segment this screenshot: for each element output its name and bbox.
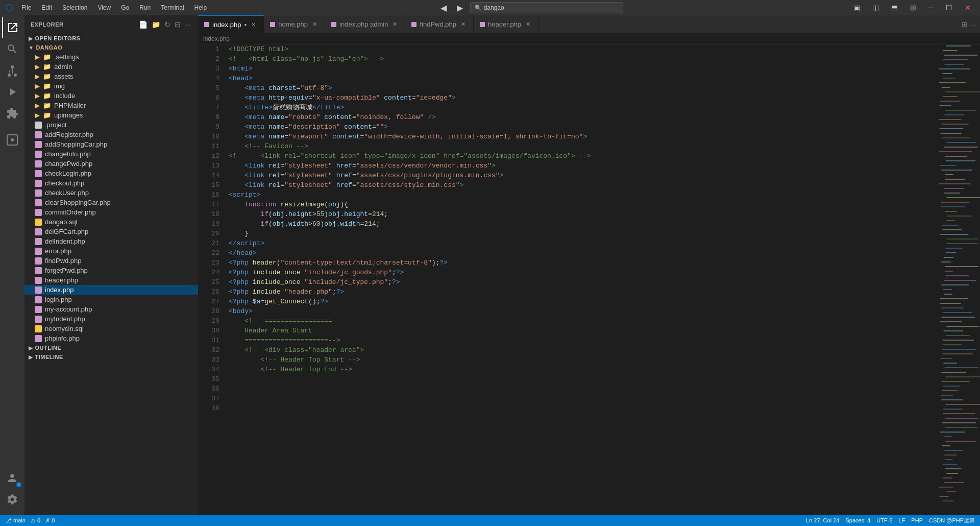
- tree-items-container: ▶📁.settings▶📁admin▶📁assets▶📁img▶📁include…: [24, 52, 198, 343]
- tree-item-upimages[interactable]: ▶📁upimages: [24, 110, 198, 120]
- tree-item-label: .project: [45, 121, 67, 129]
- sidebar-toggle[interactable]: ◫: [868, 3, 883, 13]
- code-line: <script>: [229, 190, 934, 200]
- split-editor-button[interactable]: ⊞: [962, 20, 968, 29]
- tree-item-addRegisterphp[interactable]: addRegister.php: [24, 130, 198, 139]
- layout-options[interactable]: ⊞: [906, 3, 920, 13]
- tab-home.php[interactable]: home.php✕: [264, 15, 325, 33]
- new-folder-button[interactable]: 📁: [151, 19, 161, 30]
- close-button[interactable]: ✕: [961, 3, 975, 13]
- dangao-section[interactable]: ▼ DANGAO: [24, 43, 198, 52]
- tree-item-project[interactable]: .project: [24, 120, 198, 130]
- tree-item-phpinfophp[interactable]: phpinfo.php: [24, 333, 198, 343]
- tree-item-forgetPwdphp[interactable]: forgetPwd.php: [24, 266, 198, 275]
- git-branch[interactable]: ⎇ main: [5, 517, 26, 524]
- maximize-button[interactable]: ☐: [942, 3, 957, 13]
- sidebar: EXPLORER 📄 📁 ↻ ⊟ ··· ▶ OPEN EDITORS ▼ DA…: [24, 15, 198, 515]
- line-number: 37: [202, 394, 219, 403]
- menu-file[interactable]: File: [17, 3, 35, 12]
- menu-terminal[interactable]: Terminal: [157, 3, 188, 12]
- errors-count[interactable]: ✗ 0: [45, 517, 55, 524]
- tab-header.php[interactable]: header.php✕: [474, 15, 538, 33]
- minimize-button[interactable]: ─: [924, 3, 938, 13]
- tree-item-checkLoginphp[interactable]: checkLogin.php: [24, 169, 198, 178]
- explorer-activity-icon[interactable]: [2, 17, 22, 38]
- tab-close-button[interactable]: ✕: [311, 20, 318, 28]
- nav-back-button[interactable]: ◀: [437, 2, 450, 14]
- tab-label: index.php: [212, 21, 241, 29]
- tree-item-commitOrderphp[interactable]: commitOrder.php: [24, 207, 198, 217]
- line-number: 24: [202, 268, 219, 277]
- tree-item-loginphp[interactable]: login.php: [24, 295, 198, 304]
- settings-activity-icon[interactable]: [2, 489, 22, 510]
- menu-view[interactable]: View: [93, 3, 115, 12]
- timeline-section[interactable]: ▶ TIMELINE: [24, 352, 198, 362]
- tree-item-assets[interactable]: ▶📁assets: [24, 71, 198, 81]
- line-number: 2: [202, 54, 219, 64]
- menu-run[interactable]: Run: [135, 3, 155, 12]
- warnings-count[interactable]: ⚠ 0: [31, 517, 40, 524]
- tab-close-button[interactable]: ✕: [250, 21, 257, 29]
- tree-item-clearShoppingCarphp[interactable]: clearShoppingCar.php: [24, 198, 198, 207]
- tree-item-changePwdphp[interactable]: changePwd.php: [24, 159, 198, 169]
- tree-item-label: img: [54, 82, 65, 90]
- tab-close-button[interactable]: ✕: [459, 20, 467, 28]
- tree-item-admin[interactable]: ▶📁admin: [24, 62, 198, 71]
- tree-item-settings[interactable]: ▶📁.settings: [24, 52, 198, 62]
- tree-item-errorphp[interactable]: error.php: [24, 246, 198, 256]
- line-ending[interactable]: LF: [899, 517, 905, 523]
- tree-item-checkoutphp[interactable]: checkout.php: [24, 178, 198, 188]
- tree-item-dangaosql[interactable]: dangao.sql: [24, 217, 198, 227]
- outline-label: OUTLINE: [35, 345, 62, 351]
- tree-item-myIndentphp[interactable]: myIndent.php: [24, 314, 198, 324]
- code-line: <!-- <div class="header-area">: [229, 345, 934, 355]
- tree-item-delGFCartphp[interactable]: delGFCart.php: [24, 227, 198, 236]
- tree-item-headerphp[interactable]: header.php: [24, 275, 198, 285]
- accounts-activity-icon[interactable]: 1: [2, 468, 22, 488]
- modified-indicator: ●: [244, 22, 247, 27]
- tree-item-findPwdphp[interactable]: findPwd.php: [24, 256, 198, 266]
- tree-item-indexphp[interactable]: index.php: [24, 285, 198, 295]
- global-search-bar[interactable]: 🔍 dangao: [470, 2, 623, 13]
- code-content[interactable]: <!DOCTYPE html><!-- <html class="no-js" …: [224, 44, 939, 515]
- menu-selection[interactable]: Selection: [58, 3, 91, 12]
- cursor-position[interactable]: Ln 27, Col 24: [806, 517, 839, 523]
- remote-explorer-activity-icon[interactable]: [2, 130, 22, 150]
- tree-item-PHPMailer[interactable]: ▶📁PHPMailer: [24, 101, 198, 110]
- menu-edit[interactable]: Edit: [37, 3, 56, 12]
- language-mode[interactable]: PHP: [911, 517, 923, 523]
- tree-item-checkUserphp[interactable]: checkUser.php: [24, 188, 198, 198]
- file-encoding[interactable]: UTF-8: [876, 517, 892, 523]
- outline-section[interactable]: ▶ OUTLINE: [24, 343, 198, 352]
- indent-size[interactable]: Spaces: 4: [845, 517, 870, 523]
- search-activity-icon[interactable]: [2, 39, 22, 59]
- tab-index.php_admin[interactable]: index.php admin✕: [325, 15, 405, 33]
- collapse-button[interactable]: ⊟: [174, 19, 182, 30]
- sidebar-more-button[interactable]: ···: [184, 19, 192, 30]
- tree-item-neomycinsql[interactable]: neomycin.sql: [24, 324, 198, 333]
- tree-item-img[interactable]: ▶📁img: [24, 81, 198, 91]
- tree-item-addShoppingCarphp[interactable]: addShoppingCar.php: [24, 139, 198, 149]
- tree-item-changeInfophp[interactable]: changeInfo.php: [24, 149, 198, 159]
- menu-go[interactable]: Go: [117, 3, 133, 12]
- tab-findPwd.php[interactable]: findPwd.php✕: [405, 15, 474, 33]
- tab-index.php[interactable]: index.php●✕: [198, 15, 264, 33]
- tree-item-include[interactable]: ▶📁include: [24, 91, 198, 101]
- tree-item-label: addRegister.php: [45, 131, 93, 138]
- run-debug-activity-icon[interactable]: [2, 82, 22, 102]
- tab-close-button[interactable]: ✕: [391, 20, 399, 28]
- tree-item-my-accountphp[interactable]: my-account.php: [24, 304, 198, 314]
- panel-toggle[interactable]: ⬒: [887, 3, 902, 13]
- tree-item-label: checkLogin.php: [45, 170, 91, 177]
- layout-icon[interactable]: ▣: [849, 3, 864, 13]
- new-file-button[interactable]: 📄: [138, 19, 149, 30]
- menu-help[interactable]: Help: [190, 3, 211, 12]
- tree-item-delIndentphp[interactable]: delIndent.php: [24, 236, 198, 246]
- extensions-activity-icon[interactable]: [2, 103, 22, 124]
- source-control-activity-icon[interactable]: [2, 60, 22, 81]
- open-editors-section[interactable]: ▶ OPEN EDITORS: [24, 34, 198, 43]
- more-actions-button[interactable]: ···: [970, 20, 976, 29]
- tab-close-button[interactable]: ✕: [524, 20, 532, 28]
- nav-forward-button[interactable]: ▶: [454, 2, 466, 14]
- refresh-button[interactable]: ↻: [163, 19, 172, 30]
